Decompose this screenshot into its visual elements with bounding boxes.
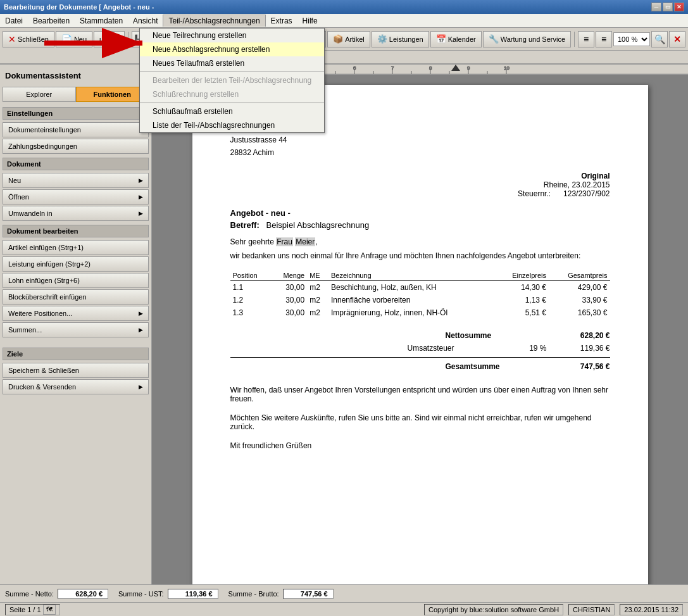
page-icon[interactable]: 🗺 [43, 605, 56, 615]
bottom-bar: Summe - Netto: 628,20 € Summe - UST: 119… [0, 584, 688, 602]
dropdown-neues-teilaufmass[interactable]: Neues Teilaufmaß erstellen [140, 56, 324, 70]
weitere-arrow-icon: ▶ [139, 310, 143, 317]
summe-netto-label: Summe - Netto: [5, 590, 54, 598]
doc-right-block: Original Rheine, 23.02.2015 Steuernr.: 1… [230, 172, 610, 198]
neu-arrow-icon: ▶ [139, 177, 143, 184]
minimize-button[interactable]: ─ [651, 3, 661, 11]
cell-gesamtpreis: 165,30 € [549, 306, 610, 319]
zoom-icon[interactable]: 🔍 [651, 31, 668, 47]
cell-menge: 30,00 [271, 280, 307, 294]
leistungen-button[interactable]: ⚙️ Leistungen [372, 31, 429, 47]
toolbar: ✕ Schließen 📄 Neu ument 💾 🔄 📋 ✂️ 👤 Kunde… [0, 28, 688, 51]
dokumenteinstellungen-button[interactable]: Dokumenteinstellungen [3, 122, 149, 137]
col-einzelpreis: Einzelpreis [495, 270, 549, 281]
summe-brutto-label: Summe - Brutto: [228, 590, 279, 598]
highlight-meier: Meier [295, 237, 315, 246]
address-zipcity: 28832 Achim [230, 147, 610, 159]
totals-divider [230, 357, 610, 358]
dropdown-neue-abschlagsrechnung[interactable]: Neue Abschlagsrechnung erstellen [140, 42, 324, 56]
doc-paper: Frau Agnes Meier Justusstrasse 44 28832 … [192, 85, 648, 584]
dropdown-schlussrechnung: Schlußrechnung erstellen [140, 87, 324, 101]
summe-ust-field: Summe - UST: 119,36 € [118, 589, 218, 599]
title-bar: Bearbeitung der Dokumente [ Angebot - ne… [0, 0, 688, 14]
toolbar-right: 👤 Kunden 📦 Artikel ⚙️ Leistungen 📅 Kalen… [278, 31, 685, 47]
summe-brutto-value: 747,56 € [283, 589, 334, 599]
sidebar-nav-funktionen[interactable]: Funktionen [76, 87, 149, 102]
highlight-frau: Frau [276, 237, 293, 246]
svg-text:9: 9 [467, 65, 470, 71]
doc-type: Original [230, 172, 610, 180]
menu-bearbeiten[interactable]: Bearbeiten [28, 15, 75, 27]
dropdown-sep-1 [140, 72, 324, 72]
menu-hilfe[interactable]: Hilfe [297, 15, 323, 27]
wartung-button[interactable]: 🔧 Wartung und Service [483, 31, 571, 47]
dropdown-schlussaufmass[interactable]: Schlußaufmaß erstellen [140, 104, 324, 118]
summen-arrow-icon: ▶ [139, 327, 143, 333]
doc-totals: Nettosumme 628,20 € Umsatzsteuer 19 % 11… [230, 329, 610, 373]
dropdown-neue-teilrechnung[interactable]: Neue Teilrechnung erstellen [140, 28, 324, 42]
doc-table: Position Menge ME Bezeichnung Einzelprei… [230, 270, 610, 319]
status-page: Seite 1 / 1 🗺 [5, 604, 60, 615]
dropdown-menu: Neue Teilrechnung erstellen Neue Abschla… [139, 28, 325, 133]
menu-stammdaten[interactable]: Stammdaten [75, 15, 128, 27]
sidebar-nav-explorer[interactable]: Explorer [3, 87, 76, 102]
section-ziele: Ziele [3, 348, 149, 360]
cell-bezeichnung: Innenfläche vorbereiten [328, 294, 495, 306]
sidebar: Dokumentassistent Explorer Funktionen Ei… [0, 65, 152, 584]
cell-gesamtpreis: 429,00 € [549, 280, 610, 294]
cell-bezeichnung: Beschichtung, Holz, außen, KH [328, 280, 495, 294]
col-position: Position [230, 270, 272, 281]
zahlungsbedingungen-button[interactable]: Zahlungsbedingungen [3, 139, 149, 154]
cell-bezeichnung: Imprägnierung, Holz, innen, NH-Öl [328, 306, 495, 319]
summen-button[interactable]: Summen... ▶ [3, 322, 149, 337]
menu-teil[interactable]: Teil-/Abschlagsrechnungen [163, 15, 265, 27]
close-panel-icon[interactable]: ✕ [669, 31, 685, 47]
dokument-button[interactable]: ument [94, 31, 125, 47]
lohn-einfuegen-button[interactable]: Lohn einfügen (Strg+6) [3, 273, 149, 288]
svg-marker-30 [451, 65, 460, 71]
col-bezeichnung: Bezeichnung [328, 270, 495, 281]
cell-me: m2 [307, 306, 328, 319]
cell-me: m2 [307, 280, 328, 294]
artikel-button[interactable]: 📦 Artikel [327, 31, 370, 47]
cell-einzelpreis: 1,13 € [495, 294, 549, 306]
status-copyright: Copyright by blue:solution software GmbH [424, 604, 563, 615]
align-center-icon[interactable]: ≡ [596, 31, 612, 47]
tab-bar: ✕ 📄 Angebot - neu - ✕ [0, 51, 688, 65]
menu-ansicht[interactable]: Ansicht [128, 15, 163, 27]
menu-bar: Datei Bearbeiten Stammdaten Ansicht Teil… [0, 14, 688, 28]
oeffnen-button[interactable]: Öffnen ▶ [3, 189, 149, 204]
drucken-button[interactable]: Drucken & Versenden ▶ [3, 379, 149, 394]
speichern-button[interactable]: Speichern & Schließen [3, 363, 149, 378]
zoom-select[interactable]: 100 % 75 % 150 % [613, 32, 650, 46]
cell-menge: 30,00 [271, 294, 307, 306]
umwandeln-arrow-icon: ▶ [139, 210, 143, 217]
cell-pos: 1.3 [230, 306, 272, 319]
leistung-einfuegen-button[interactable]: Leistung einfügen (Strg+2) [3, 256, 149, 272]
close-button[interactable]: ✕ [674, 3, 684, 11]
artikel-einfuegen-button[interactable]: Artikel einfügen (Strg+1) [3, 240, 149, 255]
schliessen-button[interactable]: ✕ Schließen [3, 31, 54, 47]
dropdown-liste[interactable]: Liste der Teil-/Abschlagsrechnungen [140, 118, 324, 132]
neu-doc-button[interactable]: Neu ▶ [3, 173, 149, 188]
ust-line: Umsatzsteuer 19 % 119,36 € [230, 342, 610, 355]
align-left-icon[interactable]: ≡ [578, 31, 594, 47]
neu-button[interactable]: 📄 Neu [56, 31, 92, 47]
kalender-button[interactable]: 📅 Kalender [430, 31, 482, 47]
umwandeln-button[interactable]: Umwandeln in ▶ [3, 206, 149, 221]
summe-netto-field: Summe - Netto: 628,20 € [5, 589, 108, 599]
doc-salutation: Sehr geehrte Frau Meier, [230, 237, 610, 246]
cell-pos: 1.2 [230, 294, 272, 306]
address-street: Justusstrasse 44 [230, 134, 610, 146]
svg-text:6: 6 [353, 65, 356, 71]
netto-line: Nettosumme 628,20 € [230, 329, 610, 342]
menu-datei[interactable]: Datei [0, 15, 28, 27]
cell-menge: 30,00 [271, 306, 307, 319]
oeffnen-arrow-icon: ▶ [139, 194, 143, 200]
block-einfuegen-button[interactable]: Blocküberschrift einfügen [3, 289, 149, 305]
menu-extras[interactable]: Extras [266, 15, 297, 27]
weitere-positionen-button[interactable]: Weitere Positionen... ▶ [3, 306, 149, 321]
dropdown-bearbeiten-letzten: Bearbeiten der letzten Teil-/Abschlagsre… [140, 73, 324, 87]
restore-button[interactable]: ▭ [663, 3, 673, 11]
toolbar-sep-1 [128, 32, 128, 47]
